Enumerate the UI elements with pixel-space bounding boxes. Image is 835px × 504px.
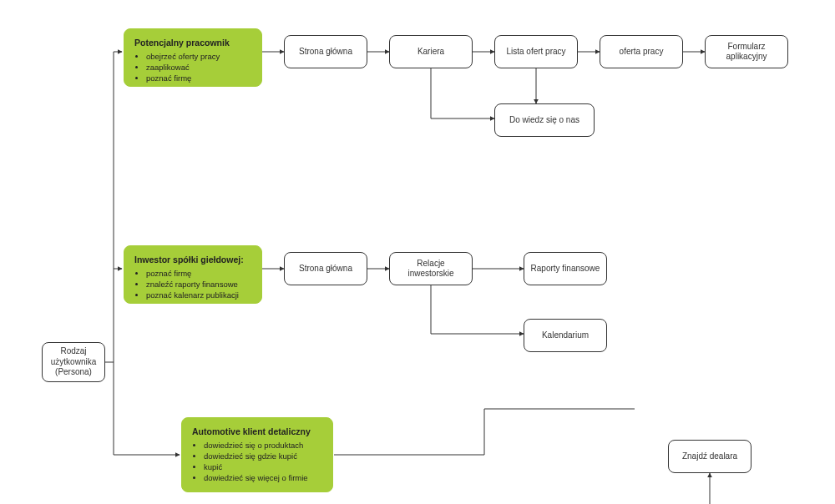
p3-dealer: Znajdź dealara xyxy=(668,440,752,473)
persona3-bullets: dowiedzieć się o produktach dowiedzieć s… xyxy=(192,441,311,483)
persona1-title: Potencjalny pracownik xyxy=(134,38,230,48)
p1-form: Formularz aplikacyjny xyxy=(705,35,788,68)
p1-jobs: Lista ofert pracy xyxy=(494,35,578,68)
p1-home: Strona główna xyxy=(284,35,367,68)
persona2-title: Inwestor spółki giełdowej: xyxy=(134,255,244,265)
persona-automotive-retail: Automotive klient detaliczny dowiedzieć … xyxy=(181,417,333,492)
root-node: Rodzaj użytkownika (Persona) xyxy=(42,342,105,382)
persona1-bullets: obejrzeć oferty pracy zaaplikować poznać… xyxy=(134,52,230,83)
root-label: Rodzaj użytkownika (Persona) xyxy=(48,346,99,378)
p2-calendar: Kalendarium xyxy=(524,319,607,352)
persona3-title: Automotive klient detaliczny xyxy=(192,426,311,437)
p2-home: Strona główna xyxy=(284,252,367,285)
p1-about: Do wiedz się o nas xyxy=(494,103,595,137)
p1-career: Kariera xyxy=(389,35,473,68)
persona-investor: Inwestor spółki giełdowej: poznać firmę … xyxy=(124,245,262,304)
persona-potential-employee: Potencjalny pracownik obejrzeć oferty pr… xyxy=(124,28,262,87)
p2-reports: Raporty finansowe xyxy=(524,252,607,285)
p1-offer: oferta pracy xyxy=(600,35,683,68)
p2-relations: Relacje inwestorskie xyxy=(389,252,473,285)
persona2-bullets: poznać firmę znaleźć raporty finansowe p… xyxy=(134,269,244,300)
